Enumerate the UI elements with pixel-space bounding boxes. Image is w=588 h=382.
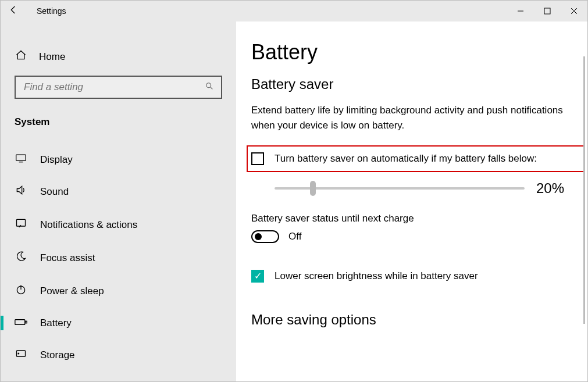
- svg-rect-6: [16, 155, 26, 160]
- settings-window: Settings Home: [0, 0, 588, 382]
- auto-saver-label: Turn battery saver on automatically if m…: [275, 153, 537, 165]
- minimize-button[interactable]: [507, 1, 534, 22]
- brightness-label: Lower screen brightness while in battery…: [275, 270, 478, 282]
- sound-icon: [15, 184, 27, 199]
- power-icon: [15, 284, 27, 298]
- svg-line-5: [211, 87, 212, 89]
- sidebar-item-focus-assist[interactable]: Focus assist: [1, 241, 236, 274]
- close-button[interactable]: [561, 1, 587, 22]
- brightness-checkbox[interactable]: ✓: [251, 270, 264, 283]
- storage-icon: [15, 348, 27, 362]
- notifications-icon: [15, 217, 27, 232]
- battery-icon: [15, 317, 27, 329]
- auto-saver-checkbox-row[interactable]: Turn battery saver on automatically if m…: [251, 152, 580, 165]
- svg-rect-8: [17, 219, 26, 226]
- svg-point-14: [18, 353, 19, 354]
- display-icon: [15, 153, 27, 166]
- sidebar-item-label: Storage: [40, 349, 75, 361]
- window-title: Settings: [26, 6, 66, 16]
- sidebar-home-label: Home: [39, 51, 65, 63]
- battery-saver-heading: Battery saver: [251, 76, 572, 92]
- search-box[interactable]: [15, 76, 222, 99]
- sidebar-nav: Display Sound Notifications & actions: [1, 144, 236, 372]
- svg-rect-11: [15, 320, 25, 324]
- sidebar-item-label: Battery: [40, 317, 72, 329]
- sidebar-item-label: Power & sleep: [40, 285, 104, 297]
- sidebar-item-label: Notifications & actions: [40, 219, 137, 231]
- sidebar-item-notifications[interactable]: Notifications & actions: [1, 208, 236, 241]
- page-title: Battery: [251, 40, 572, 65]
- sidebar-item-storage[interactable]: Storage: [1, 338, 236, 372]
- saver-toggle[interactable]: [251, 230, 279, 243]
- svg-rect-1: [544, 8, 550, 14]
- focus-assist-icon: [15, 251, 27, 265]
- sidebar-item-power-sleep[interactable]: Power & sleep: [1, 274, 236, 308]
- saver-status-label: Battery saver status until next charge: [251, 213, 572, 224]
- battery-saver-description: Extend battery life by limiting backgrou…: [251, 103, 565, 133]
- more-saving-heading: More saving options: [251, 312, 572, 328]
- saver-toggle-state: Off: [288, 231, 301, 242]
- sidebar-item-display[interactable]: Display: [1, 144, 236, 175]
- sidebar-item-sound[interactable]: Sound: [1, 175, 236, 208]
- home-icon: [15, 49, 27, 64]
- titlebar: Settings: [1, 1, 587, 22]
- sidebar-item-label: Display: [40, 154, 73, 166]
- main-content: Battery Battery saver Extend battery lif…: [236, 22, 587, 381]
- sidebar-item-label: Focus assist: [40, 252, 95, 264]
- highlight-box: Turn battery saver on automatically if m…: [247, 145, 585, 172]
- sidebar-category: System: [1, 109, 236, 144]
- sidebar-item-battery[interactable]: Battery: [1, 308, 236, 338]
- brightness-checkbox-row[interactable]: ✓ Lower screen brightness while in batte…: [251, 270, 572, 283]
- auto-saver-checkbox[interactable]: [251, 152, 264, 165]
- svg-rect-12: [26, 321, 27, 323]
- sidebar: Home System Display: [1, 22, 236, 381]
- sidebar-item-label: Sound: [40, 186, 69, 198]
- svg-point-4: [206, 83, 211, 88]
- search-icon: [205, 81, 214, 93]
- scrollbar[interactable]: [583, 56, 585, 324]
- maximize-button[interactable]: [534, 1, 561, 22]
- saver-toggle-row: Off: [251, 230, 572, 243]
- sidebar-home[interactable]: Home: [1, 45, 236, 76]
- threshold-value: 20%: [536, 180, 571, 197]
- threshold-slider[interactable]: [275, 181, 525, 195]
- threshold-slider-row: 20%: [275, 180, 572, 197]
- back-button[interactable]: [1, 5, 26, 18]
- search-input[interactable]: [23, 81, 199, 94]
